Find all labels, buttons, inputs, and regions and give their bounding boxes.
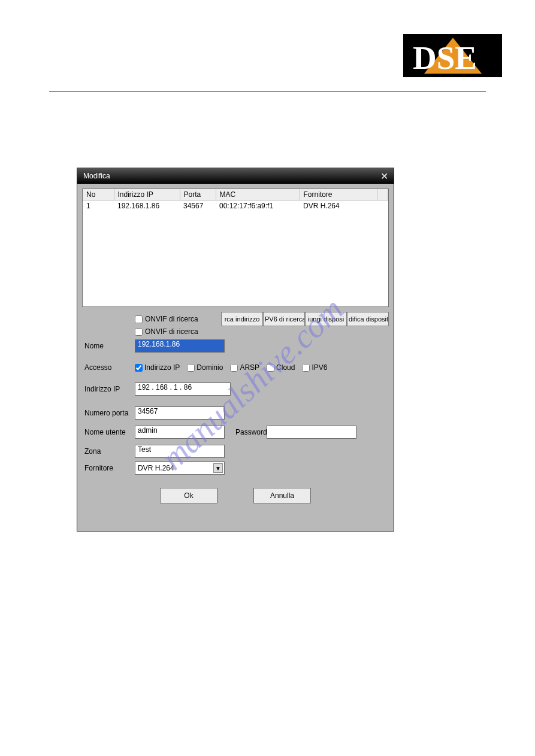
col-port[interactable]: Porta <box>180 189 216 201</box>
ipv6-search-button[interactable]: PV6 di ricerca <box>263 312 305 326</box>
col-vendor[interactable]: Fornitore <box>300 189 377 201</box>
fornitore-label: Fornitore <box>82 464 135 472</box>
col-spacer <box>377 189 388 201</box>
onvif-checkbox-1[interactable] <box>135 315 143 323</box>
cell-mac: 00:12:17:f6:a9:f1 <box>216 201 300 212</box>
device-list-area: No Indirizzo IP Porta MAC Fornitore 1 19… <box>82 189 389 307</box>
password-label: Password <box>225 428 267 436</box>
dialog-titlebar: Modifica ✕ <box>77 168 394 184</box>
cancel-button[interactable]: Annulla <box>253 488 311 503</box>
password-input[interactable] <box>267 426 356 439</box>
indirizzo-ip-input[interactable]: 192 . 168 . 1 . 86 <box>135 382 231 396</box>
numero-porta-label: Numero porta <box>82 409 135 417</box>
svg-text:DSE: DSE <box>413 40 477 76</box>
cell-vendor: DVR H.264 <box>300 201 377 212</box>
nome-label: Nome <box>82 342 135 350</box>
close-icon[interactable]: ✕ <box>378 170 390 182</box>
numero-porta-input[interactable]: 34567 <box>135 406 225 420</box>
device-form: Nome 192.168.1.86 Accesso Indirizzo IP D… <box>82 339 389 503</box>
device-table: No Indirizzo IP Porta MAC Fornitore 1 19… <box>83 189 388 211</box>
ok-button[interactable]: Ok <box>160 488 217 503</box>
cell-no: 1 <box>83 201 114 212</box>
col-ip[interactable]: Indirizzo IP <box>114 189 180 201</box>
access-arsp[interactable]: ARSP <box>230 363 259 372</box>
modifica-dialog: Modifica ✕ No Indirizzo IP Porta MAC For… <box>77 168 394 532</box>
nome-utente-label: Nome utente <box>82 428 135 436</box>
nome-utente-input[interactable]: admin <box>135 426 225 439</box>
chevron-down-icon[interactable]: ▼ <box>213 463 223 473</box>
add-device-button[interactable]: iungi disposi <box>305 312 347 326</box>
cell-ip: 192.168.1.86 <box>114 201 180 212</box>
nome-input[interactable]: 192.168.1.86 <box>135 339 225 353</box>
modify-device-button[interactable]: difica disposit <box>347 312 389 326</box>
indirizzo-ip-label: Indirizzo IP <box>82 385 135 393</box>
search-address-button[interactable]: rca indirizzo <box>221 312 263 326</box>
zona-input[interactable]: Test <box>135 445 225 458</box>
table-row[interactable]: 1 192.168.1.86 34567 00:12:17:f6:a9:f1 D… <box>83 201 388 212</box>
dialog-title: Modifica <box>83 172 110 180</box>
access-cloud[interactable]: Cloud <box>267 363 295 372</box>
dse-logo: DSE <box>403 34 502 77</box>
fornitore-select[interactable]: DVR H.264 ▼ <box>135 462 225 475</box>
col-no[interactable]: No <box>83 189 114 201</box>
col-mac[interactable]: MAC <box>216 189 300 201</box>
access-dominio[interactable]: Dominio <box>187 363 223 372</box>
onvif-search-check-1[interactable]: ONVIF di ricerca <box>135 315 198 323</box>
onvif-search-check-2[interactable]: ONVIF di ricerca <box>135 327 198 336</box>
header-divider <box>49 91 486 92</box>
cell-port: 34567 <box>180 201 216 212</box>
access-options: Indirizzo IP Dominio ARSP Cloud IPV6 <box>135 363 332 372</box>
onvif-checkbox-2[interactable] <box>135 328 143 336</box>
access-ipv6[interactable]: IPV6 <box>302 363 327 372</box>
access-ip[interactable]: Indirizzo IP <box>135 363 180 372</box>
zona-label: Zona <box>82 447 135 456</box>
accesso-label: Accesso <box>82 363 135 372</box>
